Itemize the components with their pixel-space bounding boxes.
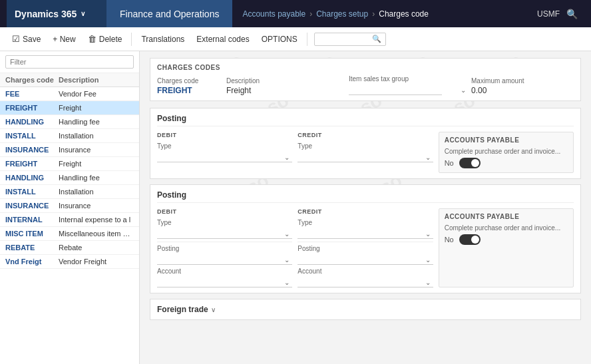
debit-column-2: DEBIT Type Posting — [157, 208, 292, 287]
debit-posting-input-2[interactable] — [157, 254, 292, 265]
list-row[interactable]: HANDLING Handling fee — [0, 115, 139, 129]
debit-posting-select-2[interactable] — [157, 254, 292, 265]
foreign-trade-section[interactable]: Foreign trade ∨ — [150, 299, 581, 320]
item-sales-tax-input[interactable] — [349, 84, 442, 95]
credit-type-input-2[interactable] — [297, 228, 433, 239]
list-row[interactable]: INSTALL Installation — [0, 129, 139, 143]
top-navigation: Dynamics 365 ∨ Finance and Operations Ac… — [0, 0, 591, 27]
item-sales-tax-label: Item sales tax group — [349, 75, 469, 83]
posting-grid-1: DEBIT Type CREDIT Type — [157, 132, 574, 173]
debit-column-1: DEBIT Type — [157, 132, 292, 173]
breadcrumb-sep-2: › — [372, 9, 375, 19]
row-code: MISC ITEM — [5, 230, 59, 238]
list-row[interactable]: FEE Vendor Fee — [0, 87, 139, 101]
save-button[interactable]: ☑ Save — [7, 31, 46, 47]
credit-type-input-1[interactable] — [297, 151, 433, 162]
filter-input[interactable] — [5, 55, 134, 69]
external-codes-button[interactable]: External codes — [191, 32, 254, 47]
posting-section-1: Posting DEBIT Type CREDIT Type — [150, 108, 581, 179]
breadcrumb-item-3[interactable]: Charges code — [379, 9, 429, 19]
field-item-sales-tax: Item sales tax group — [349, 75, 469, 95]
credit-posting-select-2[interactable] — [297, 254, 433, 265]
ap-toggle-switch-1[interactable] — [459, 158, 481, 168]
credit-account-label-2: Account — [297, 268, 433, 275]
delete-button[interactable]: 🗑 Delete — [83, 31, 128, 47]
debit-account-input-2[interactable] — [157, 276, 292, 287]
row-code: INSURANCE — [5, 146, 59, 154]
charges-code-value: FREIGHT — [157, 86, 224, 95]
description-label: Description — [226, 77, 346, 85]
translations-button[interactable]: Translations — [136, 32, 190, 47]
credit-type-select-2[interactable] — [297, 228, 433, 239]
ap-title-2: ACCOUNTS PAYABLE — [445, 213, 568, 220]
charges-codes-label: CHARGES CODES — [157, 64, 574, 71]
list-row[interactable]: INSTALL Installation — [0, 185, 139, 199]
debit-type-field-2: Type — [157, 219, 292, 239]
list-row[interactable]: FREIGHT Freight — [0, 157, 139, 171]
delete-icon: 🗑 — [88, 34, 97, 44]
search-icon[interactable]: 🔍 — [566, 9, 578, 19]
app-title-text: Dynamics 365 — [15, 9, 77, 19]
breadcrumb-item-1[interactable]: Accounts payable — [242, 9, 305, 19]
ap-title-1: ACCOUNTS PAYABLE — [445, 136, 568, 144]
foreign-trade-chevron[interactable]: ∨ — [211, 306, 216, 313]
col-header-description: Description — [59, 76, 134, 84]
list-row[interactable]: HANDLING Handling fee — [0, 171, 139, 185]
row-code: REBATE — [5, 244, 59, 252]
posting-section-2: Posting DEBIT Type Posting — [150, 184, 581, 293]
credit-column-2: CREDIT Type Posting — [297, 208, 433, 287]
main-layout: Charges code Description FEE Vendor Fee … — [0, 51, 591, 364]
toolbar-search-input[interactable] — [319, 35, 372, 44]
credit-account-select-2[interactable] — [297, 276, 433, 287]
list-row[interactable]: REBATE Rebate — [0, 241, 139, 255]
ap-toggle-switch-2[interactable] — [459, 234, 481, 245]
debit-type-field-1: Type — [157, 142, 292, 162]
app-title-area[interactable]: Dynamics 365 ∨ — [7, 0, 106, 27]
credit-posting-label-2: Posting — [297, 245, 433, 252]
toolbar-search-box[interactable]: 🔍 — [314, 33, 386, 46]
max-amount-value: 0.00 — [471, 86, 564, 95]
row-code: HANDLING — [5, 118, 59, 126]
row-description: Internal expense to a l — [59, 216, 134, 224]
credit-account-input-2[interactable] — [297, 276, 433, 287]
debit-posting-label-2: Posting — [157, 245, 292, 252]
debit-type-select-1[interactable] — [157, 151, 292, 162]
debit-type-input-2[interactable] — [157, 228, 292, 239]
new-button[interactable]: + New — [47, 32, 81, 47]
debit-type-select-2[interactable] — [157, 228, 292, 239]
credit-type-select-1[interactable] — [297, 151, 433, 162]
credit-type-field-1: Type — [297, 142, 433, 162]
list-row[interactable]: INSURANCE Insurance — [0, 199, 139, 213]
field-maximum-amount: Maximum amount 0.00 — [471, 77, 564, 95]
options-button[interactable]: OPTIONS — [256, 32, 303, 47]
credit-type-field-2: Type — [297, 219, 433, 239]
left-panel: Charges code Description FEE Vendor Fee … — [0, 51, 140, 364]
accounts-payable-2: ACCOUNTS PAYABLE Complete purchase order… — [439, 208, 574, 287]
row-description: Vendor Fee — [59, 90, 134, 98]
breadcrumb-item-2[interactable]: Charges setup — [316, 9, 368, 19]
item-sales-tax-wrapper[interactable] — [349, 84, 469, 95]
charges-code-label: Charges code — [157, 77, 224, 85]
app-title-chevron[interactable]: ∨ — [81, 10, 85, 17]
list-row[interactable]: INSURANCE Insurance — [0, 143, 139, 157]
credit-label-2: CREDIT — [297, 208, 433, 215]
toolbar-separator-1 — [131, 33, 132, 46]
row-description: Insurance — [59, 202, 134, 210]
list-row[interactable]: FREIGHT Freight — [0, 101, 139, 115]
debit-account-select-2[interactable] — [157, 276, 292, 287]
list-row[interactable]: Vnd Freigt Vendor Freight — [0, 255, 139, 269]
row-description: Freight — [59, 104, 134, 112]
credit-posting-field-2: Posting — [297, 245, 433, 265]
list-row[interactable]: MISC ITEM Miscellaneous item ch... — [0, 227, 139, 241]
charges-codes-grid: Charges code FREIGHT Description Freight… — [157, 75, 574, 95]
foreign-trade-header[interactable]: Foreign trade ∨ — [157, 305, 574, 314]
posting-grid-2: DEBIT Type Posting — [157, 208, 574, 287]
row-code: HANDLING — [5, 174, 59, 182]
credit-posting-input-2[interactable] — [297, 254, 433, 265]
ap-toggle-row-2: No — [445, 234, 568, 245]
row-description: Installation — [59, 188, 134, 196]
description-value: Freight — [226, 86, 346, 95]
debit-type-input-1[interactable] — [157, 151, 292, 162]
debit-type-label-1: Type — [157, 142, 292, 150]
list-row[interactable]: INTERNAL Internal expense to a l — [0, 213, 139, 227]
